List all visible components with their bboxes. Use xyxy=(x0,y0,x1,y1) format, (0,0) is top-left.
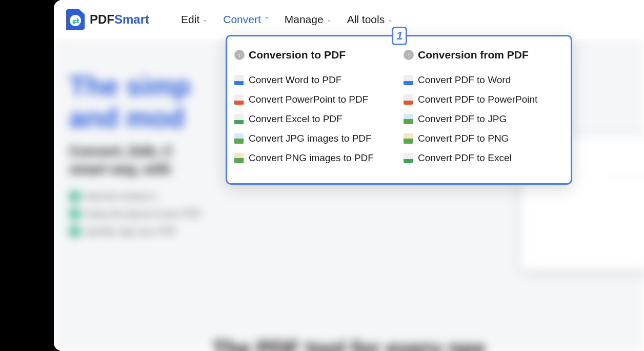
dropdown-col-from-pdf: ↑ Conversion from PDF Convert PDF to Wor… xyxy=(404,49,564,168)
xls-icon xyxy=(234,114,244,124)
hero-title-line2: and mod xyxy=(69,102,185,133)
convert-word-to-pdf[interactable]: Convert Word to PDF xyxy=(234,70,394,90)
png-icon xyxy=(234,153,244,163)
jpg-icon xyxy=(404,114,413,124)
logo[interactable]: ⇄ PDFSmart xyxy=(66,9,149,30)
check-icon: ✓ xyxy=(69,208,80,220)
check-icon: ✓ xyxy=(69,191,80,202)
ppt-icon xyxy=(234,94,244,105)
hero-sub-line2: smart way, with xyxy=(69,162,171,177)
hero-sub-line1: Convert, Edit, C xyxy=(69,144,173,159)
dropdown-item-label: Convert PDF to Excel xyxy=(418,152,512,164)
dropdown-item-label: Convert PDF to PowerPoint xyxy=(418,94,537,105)
dropdown-heading-to-pdf: ↓ Conversion to PDF xyxy=(234,49,394,61)
dropdown-item-label: Convert PowerPoint to PDF xyxy=(249,94,368,105)
convert-jpg-to-pdf[interactable]: Convert JPG images to PDF xyxy=(234,129,394,148)
header: ⇄ PDFSmart Edit ⌄ Convert ⌃ Manage ⌄ All… xyxy=(54,0,644,39)
hero-title-line1: The simp xyxy=(69,70,191,101)
nav-edit[interactable]: Edit ⌄ xyxy=(181,13,208,26)
nav-all-tools[interactable]: All tools ⌄ xyxy=(347,13,393,26)
xls-icon xyxy=(404,153,413,163)
dropdown-item-label: Convert PDF to PNG xyxy=(418,133,509,144)
dropdown-item-label: Convert PNG images to PDF xyxy=(249,152,374,164)
convert-powerpoint-to-pdf[interactable]: Convert PowerPoint to PDF xyxy=(234,90,394,109)
logo-icon: ⇄ xyxy=(66,9,85,30)
convert-pdf-to-word[interactable]: Convert PDF to Word xyxy=(404,70,564,90)
logo-smart: Smart xyxy=(114,12,149,26)
check-icon: ✓ xyxy=(69,226,80,237)
convert-excel-to-pdf[interactable]: Convert Excel to PDF xyxy=(234,109,394,129)
nav-manage[interactable]: Manage ⌄ xyxy=(285,13,332,26)
nav-convert[interactable]: Convert ⌃ xyxy=(223,13,269,26)
doc-icon xyxy=(234,75,244,85)
logo-refresh-icon: ⇄ xyxy=(70,15,81,26)
convert-png-to-pdf[interactable]: Convert PNG images to PDF xyxy=(234,148,394,168)
jpg-icon xyxy=(234,133,244,144)
convert-pdf-to-excel[interactable]: Convert PDF to Excel xyxy=(404,148,564,168)
dropdown-heading-label: Conversion from PDF xyxy=(418,49,529,61)
step-badge: 1 xyxy=(392,27,407,45)
png-icon xyxy=(404,133,413,144)
arrow-up-circle-icon: ↑ xyxy=(404,50,414,60)
arrow-down-circle-icon: ↓ xyxy=(234,50,245,60)
dropdown-item-label: Convert JPG images to PDF xyxy=(249,133,372,144)
dropdown-item-label: Convert PDF to JPG xyxy=(418,113,507,125)
ppt-icon xyxy=(404,94,413,105)
nav-alltools-label: All tools xyxy=(347,13,385,26)
divider xyxy=(606,177,644,177)
dropdown-item-label: Convert PDF to Word xyxy=(418,74,511,86)
logo-text: PDFSmart xyxy=(90,12,149,27)
nav-manage-label: Manage xyxy=(285,13,324,26)
nav-edit-label: Edit xyxy=(181,13,199,26)
app-window: ⇄ PDFSmart Edit ⌄ Convert ⌃ Manage ⌄ All… xyxy=(54,0,644,351)
nav-convert-label: Convert xyxy=(223,13,261,26)
chevron-down-icon: ⌄ xyxy=(203,16,208,23)
convert-pdf-to-jpg[interactable]: Convert PDF to JPG xyxy=(404,109,564,129)
dropdown-item-label: Convert Word to PDF xyxy=(249,74,341,86)
chevron-up-icon: ⌃ xyxy=(264,16,269,23)
doc-icon xyxy=(404,75,413,85)
bottom-headline: The PDF tool for every nee xyxy=(54,337,644,351)
chevron-down-icon: ⌄ xyxy=(327,16,332,23)
convert-dropdown: ↓ Conversion to PDF Convert Word to PDF … xyxy=(226,35,572,185)
dropdown-heading-from-pdf: ↑ Conversion from PDF xyxy=(404,49,564,61)
dropdown-heading-label: Conversion to PDF xyxy=(249,49,346,61)
chevron-down-icon: ⌄ xyxy=(388,16,393,23)
main-nav: Edit ⌄ Convert ⌃ Manage ⌄ All tools ⌄ xyxy=(181,13,393,26)
bullet-text: Keep the layout of your PDF xyxy=(86,209,202,220)
bullet-text: Edit the content o xyxy=(86,191,157,202)
dropdown-item-label: Convert Excel to PDF xyxy=(249,113,343,125)
logo-pdf: PDF xyxy=(90,12,114,26)
convert-pdf-to-powerpoint[interactable]: Convert PDF to PowerPoint xyxy=(404,90,564,109)
dropdown-col-to-pdf: ↓ Conversion to PDF Convert Word to PDF … xyxy=(234,49,394,168)
convert-pdf-to-png[interactable]: Convert PDF to PNG xyxy=(404,129,564,148)
bullet-text: Quickly sign your PDF xyxy=(86,226,177,237)
